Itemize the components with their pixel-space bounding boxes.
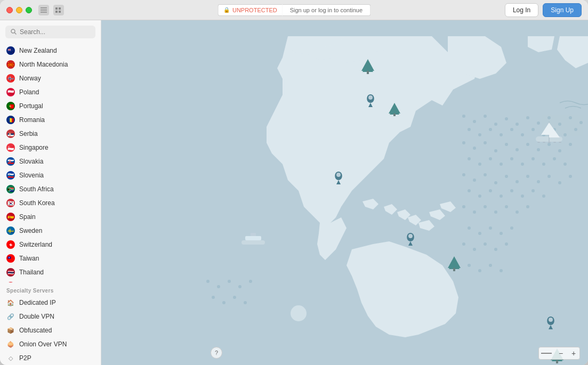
specialty-item[interactable]: ◇ P2P — [0, 351, 101, 365]
main-content: 🇳🇿 New Zealand 🇲🇰 North Macedonia 🇳🇴 Nor… — [0, 20, 588, 365]
svg-rect-3 — [55, 7, 58, 10]
svg-point-97 — [238, 285, 241, 288]
country-flag: 🇸🇰 — [6, 157, 15, 166]
svg-point-71 — [531, 189, 535, 192]
country-item[interactable]: 🇳🇴 Norway — [0, 71, 101, 85]
maximize-button[interactable] — [26, 7, 32, 13]
svg-point-65 — [468, 189, 471, 192]
svg-point-28 — [531, 128, 535, 131]
country-item[interactable]: 🇳🇿 New Zealand — [0, 44, 101, 58]
svg-point-90 — [468, 264, 471, 267]
specialty-name: Double VPN — [19, 313, 54, 320]
list-view-button[interactable] — [53, 5, 64, 15]
help-icon: ? — [215, 350, 218, 356]
country-item[interactable]: 🇸🇬 Singapore — [0, 141, 101, 155]
specialty-item[interactable]: 📦 Obfuscated — [0, 323, 101, 337]
country-item[interactable]: 🇸🇰 Slovakia — [0, 155, 101, 168]
svg-point-18 — [547, 116, 551, 119]
svg-point-56 — [484, 173, 487, 176]
country-item[interactable]: 🇹🇭 Thailand — [0, 265, 101, 279]
country-item[interactable]: 🇰🇷 South Korea — [0, 196, 101, 210]
svg-rect-109 — [553, 142, 556, 143]
svg-rect-5 — [55, 11, 58, 13]
country-item[interactable]: 🇸🇮 Slovenia — [0, 168, 101, 182]
svg-point-73 — [462, 205, 465, 208]
search-input[interactable] — [20, 28, 90, 36]
svg-point-91 — [478, 269, 481, 272]
svg-point-7 — [11, 29, 15, 33]
specialty-icon: 🧅 — [6, 340, 15, 348]
country-flag: 🇸🇪 — [6, 226, 15, 235]
svg-point-86 — [473, 248, 476, 251]
svg-rect-119 — [393, 113, 396, 116]
country-flag: 🇲🇰 — [6, 60, 15, 69]
country-flag: 🇷🇸 — [6, 129, 15, 138]
svg-point-99 — [212, 296, 215, 299]
svg-point-41 — [547, 143, 551, 146]
svg-point-68 — [500, 194, 503, 198]
specialty-icon: 📦 — [6, 326, 15, 335]
svg-point-85 — [462, 242, 465, 246]
country-item[interactable]: 🇸🇪 Sweden — [0, 224, 101, 238]
specialty-icon: ◇ — [6, 354, 15, 362]
country-item[interactable]: 🇷🇸 Serbia — [0, 127, 101, 141]
titlebar-center: 🔒 UNPROTECTED Sign up or log in to conti… — [218, 4, 370, 16]
country-flag: 🇸🇮 — [6, 171, 15, 180]
specialty-header: Specialty Servers — [0, 282, 101, 296]
svg-point-81 — [478, 232, 481, 235]
specialty-item[interactable]: 🔗 Double VPN — [0, 310, 101, 323]
svg-point-58 — [505, 175, 508, 178]
country-item[interactable]: 🇹🇼 Taiwan — [0, 252, 101, 265]
svg-point-39 — [526, 143, 529, 146]
close-button[interactable] — [6, 7, 13, 13]
country-item[interactable]: 🇵🇹 Portugal — [0, 99, 101, 113]
map-area: ? − + — [101, 20, 588, 365]
svg-point-37 — [505, 143, 508, 146]
svg-point-50 — [531, 157, 535, 160]
specialty-item[interactable]: 🧅 Onion Over VPN — [0, 337, 101, 351]
svg-point-84 — [510, 226, 513, 230]
specialty-name: Obfuscated — [19, 327, 52, 334]
svg-point-47 — [500, 163, 503, 166]
country-item[interactable]: 🇿🇦 South Africa — [0, 182, 101, 196]
country-name: Portugal — [19, 102, 43, 110]
country-item[interactable]: 🇷🇴 Romania — [0, 113, 101, 127]
svg-point-42 — [558, 149, 561, 152]
country-flag: 🇵🇱 — [6, 88, 15, 96]
help-button[interactable]: ? — [211, 347, 222, 359]
country-name: Poland — [19, 88, 39, 96]
svg-point-36 — [494, 149, 497, 152]
svg-rect-107 — [543, 142, 545, 143]
svg-rect-6 — [59, 11, 61, 13]
svg-point-49 — [521, 163, 524, 166]
zoom-in-button[interactable]: + — [568, 347, 579, 359]
country-name: Slovenia — [19, 172, 44, 179]
country-item[interactable]: 🇵🇱 Poland — [0, 85, 101, 99]
svg-rect-4 — [59, 7, 61, 10]
svg-rect-1 — [41, 10, 47, 11]
svg-point-95 — [217, 285, 220, 288]
specialty-name: P2P — [19, 354, 31, 362]
country-item[interactable]: 🇪🇸 Spain — [0, 210, 101, 224]
search-box[interactable] — [5, 26, 95, 38]
specialty-item[interactable]: 🏠 Dedicated IP — [0, 296, 101, 310]
sidebar-toggle-button[interactable] — [38, 5, 49, 15]
svg-point-103 — [291, 305, 307, 321]
svg-point-24 — [489, 128, 492, 131]
svg-point-79 — [526, 205, 529, 208]
svg-point-127 — [336, 173, 341, 177]
country-name: Thailand — [19, 269, 44, 276]
svg-point-83 — [500, 232, 503, 235]
signup-button[interactable]: Sign Up — [543, 3, 582, 17]
svg-point-55 — [473, 179, 476, 182]
specialty-icon: 🔗 — [6, 312, 15, 321]
login-button[interactable]: Log In — [505, 3, 538, 17]
svg-point-126 — [368, 95, 373, 100]
svg-point-77 — [505, 205, 508, 208]
country-name: Spain — [19, 213, 36, 221]
minimize-button[interactable] — [16, 7, 22, 13]
country-item[interactable]: 🇨🇭 Switzerland — [0, 238, 101, 252]
svg-point-32 — [574, 128, 577, 131]
zoom-out-button[interactable]: − — [555, 347, 567, 359]
country-item[interactable]: 🇲🇰 North Macedonia — [0, 58, 101, 71]
